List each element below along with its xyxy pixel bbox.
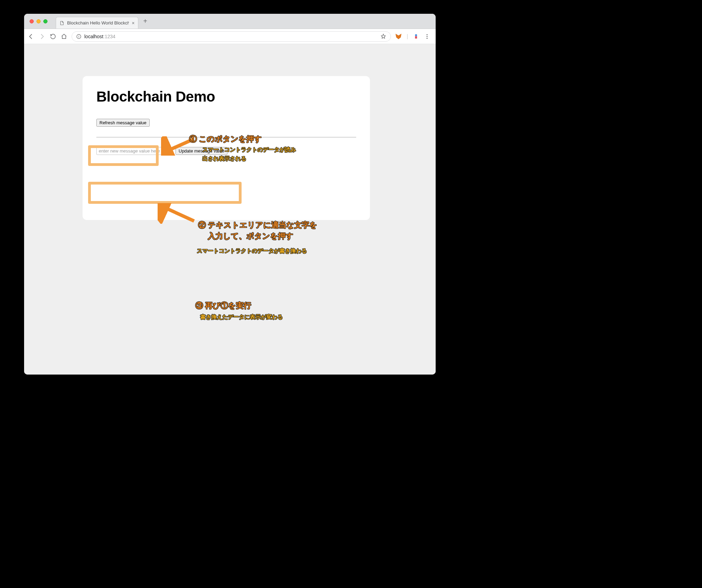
window-traffic-lights [28, 19, 50, 23]
svg-marker-3 [396, 34, 401, 39]
url-host: localhost [84, 34, 103, 39]
svg-point-7 [427, 36, 428, 37]
annotation-step1-title: ① このボタンを押す [189, 134, 262, 145]
site-info-icon[interactable] [76, 34, 82, 39]
toolbar: localhost:1234 | [24, 29, 436, 44]
extensions: | [395, 33, 432, 40]
url-port: :1234 [103, 34, 115, 39]
annotation-step1-sub: スマートコントラクトのデータが読み 出され表示される [202, 145, 296, 163]
annotation-step2-sub: スマートコントラクトのデータが書き換わる [197, 246, 307, 255]
bookmark-star-icon[interactable] [380, 33, 386, 40]
annotation-step3-sub: 書き換えたデータに表示が変わる [200, 313, 283, 322]
home-button[interactable] [61, 33, 67, 40]
refresh-message-button[interactable]: Refresh message value [96, 119, 150, 127]
browser-tab[interactable]: Blockchain Hello World Blockch × [56, 17, 138, 29]
svg-rect-5 [415, 36, 417, 39]
annotation-step3-title: ③ 再び①を実行 [195, 300, 251, 311]
chrome-menu-icon[interactable] [424, 33, 430, 40]
svg-point-4 [415, 34, 417, 36]
viewport: Blockchain Demo Refresh message value Up… [24, 44, 436, 375]
browser-window: Blockchain Hello World Blockch × + l [24, 14, 436, 375]
svg-point-6 [427, 34, 428, 35]
tab-close-icon[interactable]: × [132, 20, 135, 26]
address-bar[interactable]: localhost:1234 [72, 31, 391, 42]
annotation-step2-title: ② テキストエリアに適当な文字を 入力して、ボタンを押す [198, 220, 317, 242]
window-minimize-button[interactable] [36, 19, 41, 23]
window-maximize-button[interactable] [43, 19, 47, 23]
back-button[interactable] [28, 33, 34, 40]
page-icon [60, 20, 64, 26]
window-close-button[interactable] [30, 19, 34, 23]
address-text: localhost:1234 [84, 34, 115, 39]
page-title: Blockchain Demo [96, 88, 356, 105]
new-message-input[interactable] [96, 147, 172, 155]
metamask-extension-icon[interactable] [395, 33, 402, 40]
forward-button[interactable] [39, 33, 45, 40]
tab-title: Blockchain Hello World Blockch [67, 20, 129, 25]
svg-point-2 [78, 35, 79, 35]
extension-icon[interactable] [413, 33, 419, 40]
extension-separator: | [407, 33, 408, 40]
reload-button[interactable] [50, 33, 56, 40]
titlebar: Blockchain Hello World Blockch × + [24, 14, 436, 29]
svg-point-8 [427, 38, 428, 39]
new-tab-button[interactable]: + [143, 17, 147, 25]
